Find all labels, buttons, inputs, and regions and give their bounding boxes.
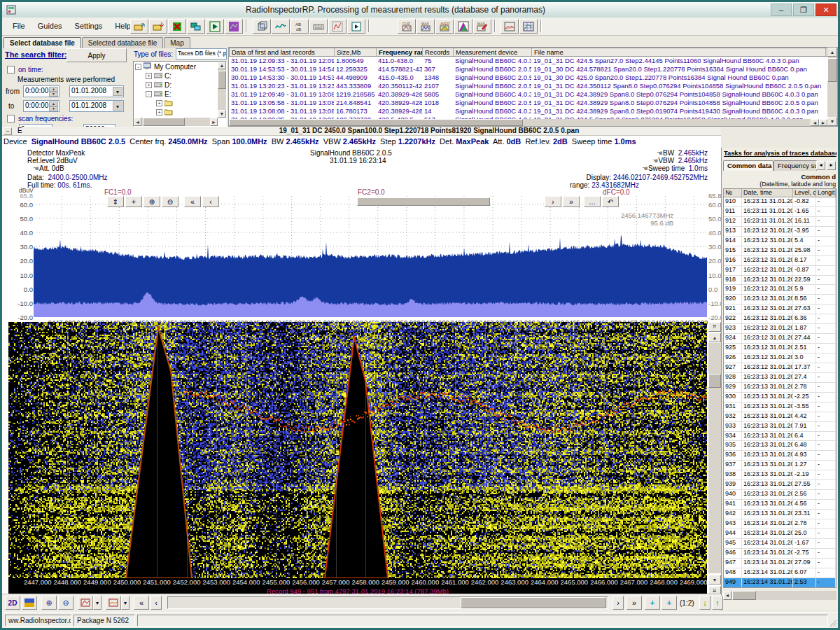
tasks-table-row[interactable]: 92116:23:12 31.01.20127.63- [724,304,836,314]
spec-step-right-button[interactable]: › [545,196,561,207]
from-date-dropdown-icon[interactable]: ▾ [113,87,122,96]
tasks-table-row[interactable]: 94616:23:14 31.01.201-2.75- [724,549,836,559]
copy-panorama-button[interactable] [187,19,205,34]
mode-2d-button[interactable]: 2D [5,596,20,610]
aver-trace-button[interactable]: AVER [435,19,454,34]
tree-vscrollbar[interactable]: ▲ ▼ [218,62,226,118]
tab-selected-database-file[interactable]: Selected database file [82,37,163,48]
tasks-table-row[interactable]: 92816:23:13 31.01.20127.4- [724,373,836,383]
tree-item-e[interactable]: -E: [135,90,216,99]
move-cursor-button[interactable]: + [125,196,142,207]
tasks-table-row[interactable]: 94116:23:13 31.01.2014.56- [724,500,836,510]
tab-select-database-file[interactable]: Select database file [4,37,81,48]
menu-guides[interactable]: Guides [31,18,69,33]
scan-frequencies-checkbox[interactable] [7,115,15,122]
file-type-combo[interactable]: Taces DB files (*.pan) [176,48,227,59]
tasks-table-row[interactable]: 93616:23:13 31.01.2014.93- [724,451,836,461]
wf-hscrollbar[interactable] [167,596,608,609]
tabs-scroll-left[interactable]: ◂ [816,161,825,170]
tasks-table-row[interactable]: 92016:23:12 31.01.2018.56- [724,295,836,304]
records-col-0[interactable]: Data of first and last records [230,48,335,56]
maximize-button[interactable]: ❐ [793,4,814,16]
signal-wave-button[interactable] [272,19,290,34]
import-database-button[interactable] [149,19,167,34]
tree-expander-icon[interactable]: + [146,82,152,88]
records-col-5[interactable]: File name [532,48,826,56]
tasks-table-row[interactable]: 92916:23:13 31.01.2012.78- [724,383,836,393]
tree-expander-icon[interactable]: - [135,64,141,70]
table-chart-button[interactable] [519,19,538,34]
records-col-4[interactable]: Measurement device [454,48,532,56]
tree-item-folder5[interactable]: + [135,108,216,117]
tasks-table-row[interactable]: 91816:23:12 31.01.20122.59- [724,276,836,286]
tasks-table-row[interactable]: 94216:23:13 31.01.20123.31- [724,510,836,519]
records-table-row[interactable]: 30.01.19 14:53:30 - 30.01.19 14:53:5344.… [229,74,827,82]
on-time-checkbox[interactable] [7,66,15,74]
tasks-table-row[interactable]: 91716:23:12 31.01.201-0.87- [724,266,836,276]
tree-expander-icon[interactable]: + [156,100,162,106]
tree-item-folder4[interactable]: + [135,99,216,108]
tasks-table-row[interactable]: 91216:23:11 31.01.20116.11- [724,217,836,227]
tree-expander-icon[interactable]: + [156,109,162,115]
cur-trace-button[interactable]: CUR [398,19,416,34]
chart-mode2-dropdown[interactable]: ▾ [121,596,130,610]
tasks-table-row[interactable]: 93416:23:13 31.01.2016.4- [724,432,836,442]
expand-h-button[interactable]: + [645,596,660,610]
expand-v-button[interactable]: + [662,596,677,610]
tasks-table-row[interactable]: 94516:23:14 31.01.201-1.67- [724,539,836,549]
tasks-table-row[interactable]: 94916:23:14 31.01.2012.53- [724,578,836,588]
records-hscrollbar[interactable]: ► ◄ [229,119,827,126]
records-col-2[interactable]: Frequency ran [377,48,423,56]
to-time-field[interactable]: 0:00:00▲▼ [23,100,59,112]
spec-step-left-button[interactable]: ‹ [202,196,219,207]
tabs-scroll-right[interactable]: ▸ [827,161,836,170]
waterfall-vscrollbar[interactable]: ⇈ ▲ ▼ ⇊ [708,322,721,596]
move-up-button[interactable]: ↑ [712,596,723,610]
to-date-dropdown-icon[interactable]: ▾ [113,102,122,111]
tasks-table-row[interactable]: 94016:23:13 31.01.2012.56- [724,490,836,500]
tasks-hscrollbar[interactable]: ◄ [723,591,836,600]
minimize-button[interactable]: – [771,4,792,16]
records-table-row[interactable]: 31.01.19 12:09:33 - 31.01.19 12:09:351.8… [229,57,827,65]
tasks-table-row[interactable]: 93216:23:13 31.01.2014.42- [724,412,836,422]
tree-expander-icon[interactable]: - [146,91,152,97]
records-table-row[interactable]: 31.01.19 12:09:49 - 31.01.19 13:08:31121… [229,90,827,99]
tab-common-data[interactable]: Common data [723,160,774,171]
tasks-table-row[interactable]: 92216:23:12 31.01.2016.36- [724,314,836,324]
delete-record-button[interactable] [168,19,186,34]
fit-vertical-button[interactable]: ⇕ [107,196,124,207]
collapse-button[interactable]: -- [4,127,12,135]
tasks-table-row[interactable]: 93016:23:13 31.01.201-2.25- [724,393,836,402]
tasks-table-row[interactable]: 93116:23:13 31.01.201-3.55- [724,402,836,412]
tasks-table-row[interactable]: 93716:23:13 31.01.2011.27- [724,461,836,470]
spec-page-right-button[interactable]: » [563,196,580,207]
tasks-table-row[interactable]: 93816:23:13 31.01.201-2.19- [724,470,836,480]
wf-hscroll-thumb[interactable] [461,597,606,608]
to-time-spinner[interactable]: ▲▼ [49,102,58,111]
records-col-1[interactable]: Size,Mb [335,48,377,56]
spectrum-plot[interactable]: 2456.146773MHz 95.6 dB ⇕+⊕⊖«‹›»…↶ [34,196,707,317]
tasks-table-row[interactable]: 94416:23:14 31.01.20125.0- [724,529,836,539]
records-table-row[interactable]: 31.01.19 13:20:23 - 31.01.19 13:23:16443… [229,82,827,90]
keyboard-button[interactable] [309,19,328,34]
wf-page-right-button[interactable]: » [626,596,642,610]
tree-expander-icon[interactable]: + [146,73,152,79]
records-table-row[interactable]: 30.01.19 14:53:53 - 30.01.19 14:54:0012.… [229,65,827,74]
spec-page-left-button[interactable]: « [184,196,201,207]
max-trace-button[interactable]: MAX [416,19,435,34]
play-records-button[interactable] [206,19,224,34]
max-edit-button[interactable]: MAX [473,19,491,34]
chart-mode2-button[interactable] [106,596,121,610]
tasks-col[interactable]: Level, dB [793,189,816,197]
open-database-button[interactable] [130,19,148,34]
tab-map[interactable]: Map [164,37,190,48]
spec-zoom-out-button[interactable]: ⊖ [162,196,178,207]
tasks-table-row[interactable]: 92616:23:12 31.01.2013.0- [724,354,836,363]
spec-undo-button[interactable]: ↶ [602,196,619,207]
tasks-table-row[interactable]: 94816:23:14 31.01.2016.07- [724,568,836,578]
spec-options-button[interactable]: … [584,196,601,207]
tree-item-mycomputer[interactable]: -My Computer [135,62,216,71]
tasks-table-row[interactable]: 92416:23:12 31.01.20127.44- [724,334,836,344]
from-date-combo[interactable]: 01.01.2008▾ [69,85,124,97]
records-col-3[interactable]: Records [423,48,454,56]
